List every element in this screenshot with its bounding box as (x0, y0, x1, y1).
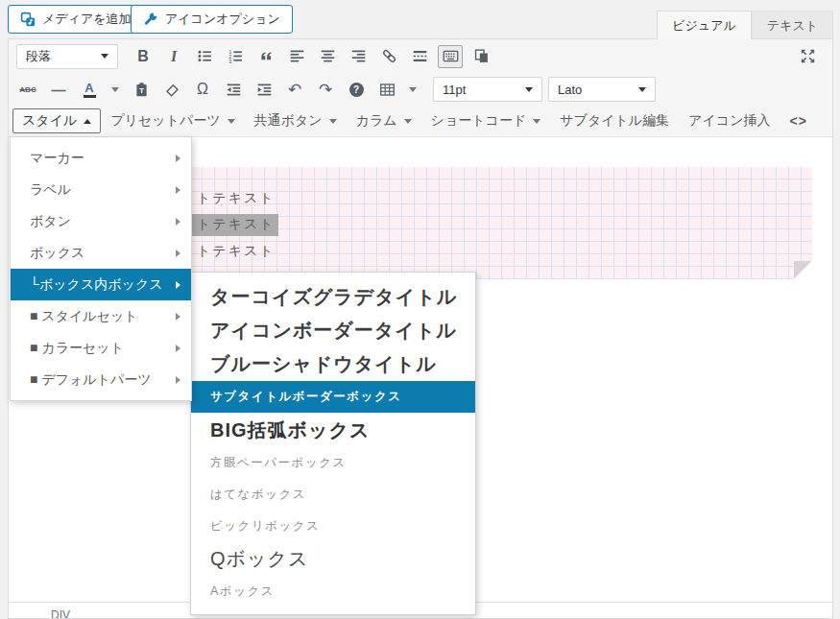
text-color-menu-button[interactable] (108, 78, 123, 101)
bullet-list-icon (197, 48, 213, 64)
text-color-icon: A (84, 82, 96, 98)
icon-options-label: アイコンオプション (165, 11, 280, 28)
column-menu-button[interactable]: カラム (347, 108, 421, 133)
submenu-item-a-box[interactable]: Aボックス (191, 576, 475, 607)
chevron-down-icon (409, 87, 417, 92)
link-button[interactable] (376, 45, 401, 68)
align-center-button[interactable] (315, 45, 340, 68)
svg-text:3: 3 (228, 59, 231, 64)
table-menu-button[interactable] (405, 78, 420, 101)
bold-button[interactable]: B (131, 45, 156, 68)
font-size-select[interactable]: 11pt (433, 77, 542, 102)
blockquote-icon (258, 48, 275, 64)
submenu-arrow-icon (176, 313, 180, 321)
menu-item-color-set[interactable]: ■ カラーセット (11, 332, 191, 364)
submenu-item-turquoise-grad-title[interactable]: ターコイズグラデタイトル (191, 280, 475, 314)
horizontal-rule-button[interactable]: — (46, 78, 71, 101)
submenu-item-big-bracket-box[interactable]: BIG括弧ボックス (191, 413, 475, 447)
block-format-select[interactable]: 段落 (16, 44, 118, 69)
editor-mode-tabs: ビジュアル テキスト (657, 11, 833, 39)
chevron-down-icon (101, 54, 108, 59)
submenu-arrow-icon (176, 186, 180, 194)
align-center-icon (320, 48, 336, 64)
align-left-icon (289, 48, 305, 64)
text-line-selected: トテキスト (191, 214, 278, 236)
distraction-free-button[interactable] (468, 45, 493, 68)
style-menu-button[interactable]: スタイル (12, 108, 101, 133)
clear-formatting-button[interactable] (159, 78, 184, 101)
special-character-button[interactable]: Ω (190, 78, 215, 101)
align-right-icon (350, 48, 367, 64)
tab-text[interactable]: テキスト (752, 11, 833, 39)
more-tag-button[interactable] (407, 45, 432, 68)
text-color-button[interactable]: A (77, 78, 102, 101)
align-left-button[interactable] (284, 45, 309, 68)
chevron-up-icon (84, 119, 91, 124)
help-button[interactable]: ? (344, 78, 369, 101)
add-media-button[interactable]: メディアを追加 (8, 5, 144, 34)
outdent-button[interactable] (221, 78, 246, 101)
menu-item-style-set[interactable]: ■ スタイルセット (11, 300, 191, 332)
font-family-select[interactable]: Lato (548, 77, 656, 102)
style-dropdown-menu: マーカー ラベル ボタン ボックス └ボックス内ボックス ■ スタイルセット ■… (10, 136, 192, 401)
chevron-down-icon (525, 87, 533, 92)
chevron-down-icon (638, 87, 646, 92)
submenu-item-blue-shadow-title[interactable]: ブルーシャドウタイトル (191, 347, 475, 381)
preset-parts-menu-button[interactable]: プリセットパーツ (101, 108, 244, 133)
indent-button[interactable] (252, 78, 276, 101)
icon-insert-button[interactable]: アイコン挿入 (679, 108, 780, 133)
menu-item-label[interactable]: ラベル (11, 174, 191, 205)
help-icon: ? (349, 83, 364, 97)
add-media-label: メディアを追加 (42, 11, 132, 28)
submenu-arrow-icon (176, 218, 180, 226)
menu-item-button[interactable]: ボタン (11, 205, 191, 237)
icon-options-button[interactable]: アイコンオプション (131, 5, 293, 34)
submenu-item-subtitle-border-box[interactable]: サブタイトルボーダーボックス (191, 381, 475, 413)
link-icon (381, 48, 397, 64)
numbered-list-icon: 1 2 3 (228, 48, 244, 64)
undo-button[interactable]: ↶ (282, 78, 307, 101)
menu-item-box[interactable]: ボックス (11, 237, 191, 269)
code-button[interactable]: <> (780, 108, 817, 133)
text-line: トテキスト (197, 243, 276, 260)
shortcode-menu-button[interactable]: ショートコード (421, 108, 551, 133)
submenu-item-bikkuri-box[interactable]: ビックリボックス (191, 511, 475, 542)
subtitle-edit-button[interactable]: サブタイトル編集 (550, 108, 679, 133)
submenu-item-q-box[interactable]: Qボックス (191, 542, 475, 576)
submenu-item-icon-border-title[interactable]: アイコンボーダータイトル (191, 314, 475, 347)
menu-item-box-in-box[interactable]: └ボックス内ボックス (11, 269, 191, 300)
table-icon (379, 82, 396, 98)
insert-table-button[interactable] (830, 109, 833, 132)
chevron-down-icon (533, 119, 540, 124)
menu-item-marker[interactable]: マーカー (11, 142, 191, 174)
submenu-item-hatena-box[interactable]: はてなボックス (191, 479, 475, 511)
strikethrough-button[interactable]: ABC (15, 78, 40, 101)
box-in-box-submenu: ターコイズグラデタイトル アイコンボーダータイトル ブルーシャドウタイトル サブ… (190, 272, 476, 615)
bullet-list-button[interactable] (192, 45, 217, 68)
italic-button[interactable]: I (161, 45, 186, 68)
submenu-arrow-icon (176, 376, 180, 384)
element-path[interactable]: DIV (51, 608, 70, 619)
common-button-menu-button[interactable]: 共通ボタン (245, 108, 347, 133)
toolbar-toggle-button[interactable] (438, 45, 463, 68)
align-right-button[interactable] (346, 45, 371, 68)
indent-icon (256, 82, 273, 98)
editor-toolbar: 段落 B I 1 2 3 (9, 39, 832, 137)
paste-as-text-icon: T (133, 82, 150, 98)
outdent-icon (226, 82, 242, 98)
blockquote-button[interactable] (253, 45, 278, 68)
fullscreen-button[interactable] (795, 44, 820, 67)
tab-visual[interactable]: ビジュアル (657, 11, 752, 39)
chevron-down-icon (404, 119, 412, 124)
submenu-item-graph-paper-box[interactable]: 方眼ペーパーボックス (191, 447, 475, 479)
menu-item-default-parts[interactable]: ■ デフォルトパーツ (11, 364, 191, 395)
keyboard-icon (443, 48, 459, 64)
eraser-icon (164, 82, 180, 98)
distraction-free-icon (473, 48, 490, 64)
chevron-down-icon (329, 119, 337, 124)
chevron-down-icon (228, 119, 235, 124)
redo-button[interactable]: ↷ (313, 78, 338, 101)
numbered-list-button[interactable]: 1 2 3 (223, 45, 248, 68)
paste-as-text-button[interactable]: T (129, 78, 154, 101)
table-button[interactable] (374, 78, 399, 101)
